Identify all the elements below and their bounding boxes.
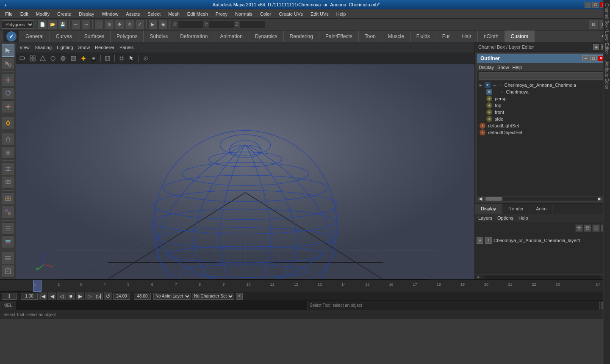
ipr-button[interactable]: ◉ — [158, 20, 168, 29]
tab-painteffects[interactable]: PaintEffects — [319, 30, 359, 42]
textured-icon[interactable] — [69, 54, 78, 63]
options-menu[interactable]: Options — [497, 215, 513, 221]
isolate-icon[interactable] — [103, 54, 112, 63]
menu-edit-mesh[interactable]: Edit Mesh — [184, 11, 211, 17]
lasso-tool-button[interactable]: ⊙ — [105, 20, 114, 29]
outliner-show-menu[interactable]: Show — [497, 65, 509, 70]
tab-rendering[interactable]: Rendering — [284, 30, 319, 42]
outliner-display-menu[interactable]: Display — [479, 65, 494, 70]
next-frame-button[interactable]: ▷ — [85, 292, 94, 300]
select-mode-icon[interactable] — [127, 54, 136, 63]
character-set-selector[interactable]: No Character Set — [192, 293, 234, 300]
script-editor-button[interactable] — [2, 265, 14, 278]
tab-muscle[interactable]: Muscle — [382, 30, 410, 42]
tab-toon[interactable]: Toon — [359, 30, 382, 42]
paint-select-tool[interactable] — [2, 58, 14, 70]
cb-tab-render[interactable]: Render — [502, 204, 530, 214]
tab-hair[interactable]: Hair — [456, 30, 478, 42]
hypershade-button[interactable] — [2, 206, 14, 218]
outliner-scrollbar[interactable]: ◀ ▶ ▼ — [477, 196, 608, 201]
menu-create-uvs[interactable]: Create UVs — [275, 11, 306, 17]
total-frames-field[interactable] — [134, 293, 151, 300]
outliner-search-input[interactable] — [479, 72, 606, 80]
select-arrow-tool[interactable] — [2, 44, 14, 57]
menu-proxy[interactable]: Proxy — [212, 11, 231, 17]
select-tool-button[interactable]: ⬚ — [94, 20, 104, 29]
tree-item-objectset[interactable]: ● defaultObjectSet — [478, 129, 607, 136]
play-fwd-button[interactable]: ▶ — [76, 292, 84, 300]
menu-normals[interactable]: Normals — [232, 11, 256, 17]
tab-curves[interactable]: Curves — [50, 30, 78, 42]
play-back-button[interactable]: ◁ — [57, 292, 66, 300]
scroll-left-btn[interactable]: ◀ — [479, 196, 482, 201]
lighting-icon[interactable] — [79, 54, 88, 63]
tab-surfaces[interactable]: Surfaces — [78, 30, 111, 42]
channel-box-tab[interactable]: Channel Box / Layer Editor — [604, 0, 610, 58]
attribute-editor-tab[interactable]: Attribute Editor — [604, 58, 610, 93]
range-start-field[interactable] — [21, 293, 38, 300]
menu-mesh[interactable]: Mesh — [165, 11, 183, 17]
current-frame-field[interactable] — [2, 293, 17, 300]
move-tool-button[interactable]: ✥ — [115, 20, 124, 29]
stop-button[interactable]: ■ — [67, 292, 75, 300]
tree-item-front[interactable]: ◉ front — [485, 109, 607, 116]
rotate-tool-left[interactable] — [2, 87, 14, 100]
annotation-tool[interactable] — [2, 176, 14, 189]
wireframe-icon[interactable] — [38, 54, 47, 63]
menu-create[interactable]: Create — [54, 11, 75, 17]
menu-help[interactable]: Help — [333, 11, 349, 17]
sculpt-tool[interactable] — [2, 146, 14, 159]
menu-window[interactable]: Window — [98, 11, 122, 17]
view-menu[interactable]: View — [19, 45, 30, 50]
tab-fur[interactable]: Fur — [436, 30, 456, 42]
scrollbar-thumb[interactable] — [485, 197, 502, 201]
measure-tool[interactable] — [2, 163, 14, 175]
render-button[interactable]: ▶ — [148, 20, 158, 29]
timeline-ruler[interactable]: 1 2 3 4 5 6 7 8 9 10 11 12 13 14 15 16 1… — [32, 280, 603, 292]
layer-options-button[interactable] — [592, 224, 600, 232]
render-view-button[interactable] — [2, 193, 14, 205]
scale-tool-left[interactable] — [2, 100, 14, 113]
save-scene-button[interactable]: 💾 — [58, 20, 67, 29]
soft-modify-tool[interactable] — [2, 133, 14, 146]
new-scene-button[interactable]: 📄 — [38, 20, 47, 29]
open-scene-button[interactable]: 📂 — [48, 20, 57, 29]
show-menu[interactable]: Show — [78, 45, 90, 50]
help-menu[interactable]: Help — [518, 215, 528, 221]
tree-item-root[interactable]: ▶ ■ ─ ○ Cherimoya_or_Annona_Cherimola — [478, 82, 607, 88]
smooth-icon[interactable] — [48, 54, 58, 63]
outliner-help-menu[interactable]: Help — [513, 65, 522, 70]
next-keyframe-button[interactable]: ▷| — [94, 292, 103, 300]
menu-color[interactable]: Color — [257, 11, 274, 17]
new-layer-button[interactable] — [575, 224, 583, 232]
tab-ncloth[interactable]: nCloth — [478, 30, 505, 42]
menu-modify[interactable]: Modify — [33, 11, 53, 17]
outliner-minimize[interactable]: ─ — [582, 55, 589, 61]
panels-menu[interactable]: Panels — [119, 45, 134, 50]
pb-options-button[interactable]: ≡ — [236, 293, 243, 300]
tab-animation[interactable]: Animation — [214, 30, 249, 42]
range-end-field[interactable] — [113, 293, 130, 300]
tree-item-side[interactable]: ◉ side — [485, 116, 607, 122]
menu-edit[interactable]: Edit — [17, 11, 32, 17]
prev-frame-button[interactable]: ◀ — [48, 292, 56, 300]
tab-dynamics[interactable]: Dynamics — [249, 30, 284, 42]
display-layer-button[interactable] — [2, 235, 14, 248]
tab-custom[interactable]: Custom — [505, 30, 535, 42]
shading-menu[interactable]: Shading — [35, 45, 52, 50]
cb-icon1[interactable]: ◈ — [593, 44, 599, 50]
undo-button[interactable]: ↩ — [71, 20, 80, 29]
command-input[interactable] — [16, 301, 308, 310]
maximize-button[interactable]: □ — [592, 2, 599, 8]
menu-assets[interactable]: Assets — [122, 11, 143, 17]
layer-editor-button[interactable] — [2, 222, 14, 235]
current-frame-indicator[interactable] — [33, 280, 42, 292]
delete-layer-button[interactable] — [584, 224, 591, 232]
tab-fluids[interactable]: Fluids — [410, 30, 436, 42]
scroll-right-btn[interactable]: ▶ — [598, 196, 601, 201]
tree-item-top[interactable]: ◉ top — [485, 102, 607, 109]
expand-icon[interactable]: ▶ — [480, 83, 482, 87]
scale-tool-button[interactable]: ⤢ — [135, 20, 144, 29]
tree-item-persp[interactable]: ◉ persp — [485, 95, 607, 102]
prev-keyframe-button[interactable]: |◀ — [39, 292, 47, 300]
